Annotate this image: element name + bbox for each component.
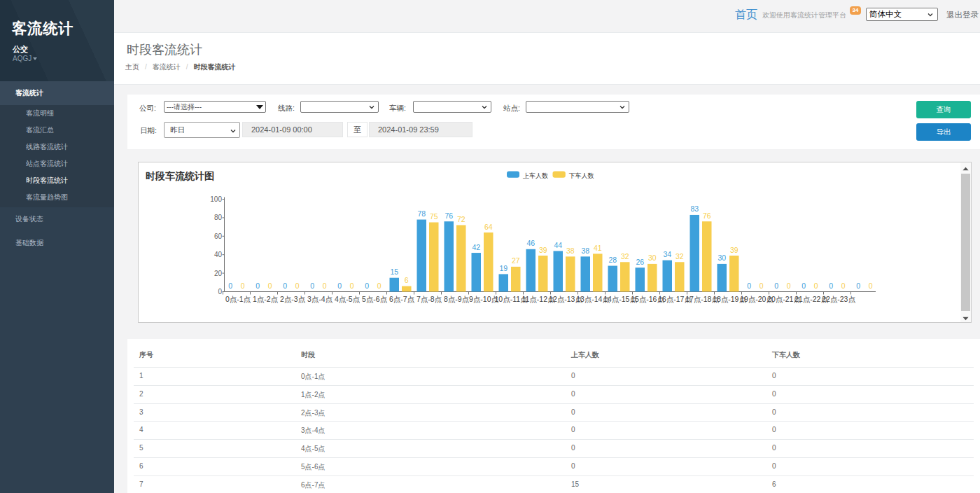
svg-text:75: 75 [430,212,438,221]
svg-text:0: 0 [856,282,860,290]
svg-text:28: 28 [608,256,617,264]
svg-text:78: 78 [417,209,426,218]
svg-text:0: 0 [841,282,846,290]
svg-text:0: 0 [228,282,232,290]
svg-text:时段车流统计图: 时段车流统计图 [146,170,214,181]
svg-text:0: 0 [829,282,833,290]
svg-text:80: 80 [214,214,223,221]
svg-text:15: 15 [390,268,398,276]
svg-text:0: 0 [218,288,222,296]
svg-text:0: 0 [283,282,287,290]
svg-text:2点-3点: 2点-3点 [280,295,306,303]
svg-text:76: 76 [703,211,711,220]
svg-text:0: 0 [760,282,764,290]
svg-text:19: 19 [499,264,507,272]
svg-text:100: 100 [210,195,222,203]
svg-text:6: 6 [405,276,409,284]
svg-text:上车人数: 上车人数 [523,172,548,179]
svg-text:60: 60 [214,232,223,240]
svg-text:0: 0 [268,282,272,290]
svg-text:0: 0 [323,282,327,290]
svg-text:3点-4点: 3点-4点 [307,295,333,303]
svg-text:0: 0 [310,282,314,290]
svg-text:40: 40 [214,251,223,258]
svg-text:39: 39 [730,246,738,254]
svg-text:0: 0 [747,282,751,290]
svg-text:6点-7点: 6点-7点 [389,295,415,303]
svg-text:76: 76 [444,211,453,220]
svg-text:34: 34 [663,250,671,258]
svg-text:42: 42 [472,243,480,251]
svg-text:0: 0 [365,282,369,290]
svg-text:0: 0 [814,282,818,290]
svg-text:32: 32 [676,252,684,261]
svg-text:44: 44 [554,241,562,249]
svg-text:30: 30 [718,254,726,262]
svg-text:83: 83 [690,204,699,213]
svg-text:0: 0 [774,282,778,290]
svg-text:8点-9点: 8点-9点 [444,295,470,303]
svg-text:41: 41 [594,244,602,252]
svg-text:下车人数: 下车人数 [568,172,594,179]
svg-text:0点-1点: 0点-1点 [225,295,251,303]
svg-text:1点-2点: 1点-2点 [253,295,279,303]
svg-text:0: 0 [337,282,342,290]
svg-text:30: 30 [648,254,657,262]
svg-text:72: 72 [457,215,465,223]
svg-text:4点-5点: 4点-5点 [335,295,360,303]
svg-text:0: 0 [350,282,354,290]
svg-text:0: 0 [295,282,300,290]
svg-text:0: 0 [241,282,245,290]
svg-text:38: 38 [566,246,575,255]
svg-text:26: 26 [636,258,644,266]
svg-text:32: 32 [621,252,629,261]
svg-text:0: 0 [802,282,806,290]
svg-text:22点-23点: 22点-23点 [822,295,855,303]
svg-text:27: 27 [512,256,520,265]
svg-text:39: 39 [539,246,547,254]
svg-text:0: 0 [787,282,791,290]
svg-text:0: 0 [377,282,382,290]
svg-text:64: 64 [484,223,493,231]
svg-text:46: 46 [526,239,535,247]
svg-text:0: 0 [255,282,260,290]
svg-text:7点-8点: 7点-8点 [416,295,442,303]
svg-text:5点-6点: 5点-6点 [362,295,388,303]
svg-text:38: 38 [581,246,589,255]
svg-text:0: 0 [869,282,873,290]
svg-text:20: 20 [214,270,223,277]
